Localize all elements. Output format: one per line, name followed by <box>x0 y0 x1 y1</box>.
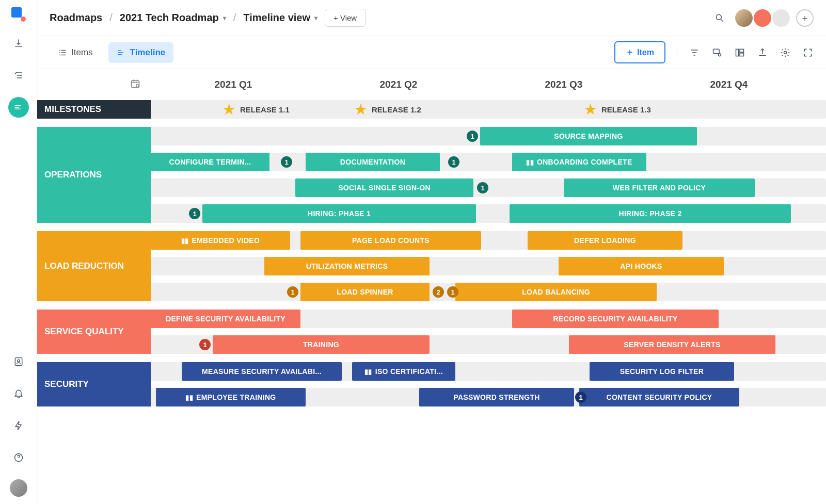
timeline-bar[interactable]: CONTENT SECURITY POLICY <box>579 388 739 407</box>
timeline-scroll[interactable]: 2021 Q12021 Q22021 Q32021 Q4 MILESTONES … <box>37 69 826 504</box>
timeline: 2021 Q12021 Q22021 Q32021 Q4 MILESTONES … <box>37 69 826 504</box>
dependency-count-badge[interactable]: 1 <box>467 131 478 142</box>
quarter-header-cell: 2021 Q1 <box>151 79 316 90</box>
dependency-count-badge[interactable]: 1 <box>281 156 292 168</box>
add-item-button[interactable]: ＋ Item <box>614 41 665 63</box>
breadcrumb-project[interactable]: 2021 Tech Roadmap ▾ <box>120 12 226 24</box>
add-view-button[interactable]: + View <box>325 9 366 27</box>
breadcrumb-sep: / <box>233 12 236 24</box>
timeline-bar[interactable]: LOAD BALANCING <box>455 283 657 301</box>
timeline-bar[interactable]: CONFIGURE TERMIN... <box>151 153 269 171</box>
star-icon: ★ <box>584 102 596 118</box>
timeline-bar[interactable]: HIRING: PHASE 1 <box>202 204 476 223</box>
timeline-bar[interactable]: SECURITY LOG FILTER <box>590 362 734 381</box>
milestone-marker[interactable]: ★RELEASE 1.3 <box>584 100 651 119</box>
rail-user-avatar[interactable] <box>10 479 27 497</box>
user-avatar-1[interactable] <box>735 9 753 27</box>
timeline-bar[interactable]: DEFER LOADING <box>528 231 682 250</box>
quarter-header-cell: 2021 Q4 <box>646 79 812 90</box>
rail-help-icon[interactable] <box>8 447 29 468</box>
svg-point-1 <box>17 360 19 362</box>
rail-roadmap-icon[interactable] <box>8 97 29 118</box>
left-rail <box>0 0 37 504</box>
timeline-bar[interactable]: SERVER DENSITY ALERTS <box>569 335 775 354</box>
tab-timeline[interactable]: Timeline <box>108 42 174 63</box>
rail-activity-icon[interactable] <box>8 415 29 436</box>
timeline-bar[interactable]: LOAD SPINNER <box>300 283 430 301</box>
gear-icon[interactable] <box>780 47 791 58</box>
svg-point-5 <box>719 53 721 56</box>
lane-milestones: MILESTONES ★RELEASE 1.1★RELEASE 1.2★RELE… <box>37 100 826 127</box>
search-icon[interactable] <box>710 9 729 27</box>
link-icon[interactable] <box>711 47 723 58</box>
timeline-bar[interactable]: PAGE LOAD COUNTS <box>300 231 481 250</box>
breadcrumb-view[interactable]: Timeline view ▾ <box>243 12 317 24</box>
quarter-header-cell: 2021 Q2 <box>316 79 481 90</box>
dependency-count-badge[interactable]: 1 <box>287 286 298 298</box>
tab-items[interactable]: Items <box>50 42 101 63</box>
quarter-header-cell: 2021 Q3 <box>481 79 646 90</box>
breadcrumb-root[interactable]: Roadmaps <box>50 12 102 24</box>
timeline-bar[interactable]: SOCIAL SINGLE SIGN-ON <box>295 178 473 197</box>
dependency-count-badge[interactable]: 1 <box>199 339 211 350</box>
timeline-bar[interactable]: ▮▮ONBOARDING COMPLETE <box>512 153 646 171</box>
export-icon[interactable] <box>757 47 768 58</box>
timeline-bar[interactable]: DOCUMENTATION <box>306 153 440 171</box>
lane-security: SECURITY MEASURE SECURITY AVAILABI...▮▮I… <box>37 362 826 415</box>
dependency-count-badge[interactable]: 1 <box>447 286 458 298</box>
milestone-marker[interactable]: ★RELEASE 1.1 <box>223 100 290 119</box>
timeline-bar[interactable]: API HOOKS <box>559 257 724 275</box>
timeline-bar[interactable]: TRAINING <box>213 335 430 354</box>
dependency-count-badge[interactable]: 1 <box>575 392 586 403</box>
calendar-settings-icon[interactable] <box>130 78 140 91</box>
filter-icon[interactable] <box>689 47 700 58</box>
timeline-bar[interactable]: MEASURE SECURITY AVAILABI... <box>182 362 342 381</box>
rail-download-icon[interactable] <box>8 33 29 54</box>
user-avatar-3[interactable] <box>772 9 790 27</box>
dependency-count-badge[interactable]: 1 <box>448 156 459 168</box>
plus-icon: ＋ <box>626 47 634 58</box>
rail-notifications-icon[interactable] <box>8 383 29 404</box>
lane-load-reduction: LOAD REDUCTION ▮▮EMBEDDED VIDEOPAGE LOAD… <box>37 231 826 310</box>
lane-operations: OPERATIONS SOURCE MAPPING1CONFIGURE TERM… <box>37 127 826 231</box>
fullscreen-icon[interactable] <box>802 47 814 58</box>
timeline-bar[interactable]: RECORD SECURITY AVAILABILITY <box>512 310 719 328</box>
svg-rect-10 <box>132 80 139 87</box>
timeline-bar[interactable]: ▮▮ISO CERTIFICATI... <box>352 362 455 381</box>
add-member-button[interactable]: ＋ <box>796 9 814 27</box>
rail-contacts-icon[interactable] <box>8 351 29 372</box>
timeline-bar[interactable]: UTILIZATION METRICS <box>264 257 430 275</box>
timeline-bar[interactable]: WEB FILTER AND POLICY <box>564 178 755 197</box>
main-area: Roadmaps / 2021 Tech Roadmap ▾ / Timelin… <box>37 0 826 504</box>
dependency-count-badge[interactable]: 1 <box>477 182 488 193</box>
timeline-header: 2021 Q12021 Q22021 Q32021 Q4 <box>37 69 826 100</box>
svg-point-3 <box>716 14 721 20</box>
svg-point-11 <box>136 85 139 87</box>
lane-label-load: LOAD REDUCTION <box>37 231 151 301</box>
lane-label-service: SERVICE QUALITY <box>37 310 151 354</box>
svg-rect-8 <box>740 53 744 56</box>
timeline-bar[interactable]: HIRING: PHASE 2 <box>510 204 791 223</box>
dependency-count-badge[interactable]: 1 <box>189 208 200 219</box>
svg-point-9 <box>784 51 787 54</box>
timeline-bar[interactable]: ▮▮EMPLOYEE TRAINING <box>156 388 306 407</box>
svg-rect-4 <box>713 49 720 53</box>
milestone-marker[interactable]: ★RELEASE 1.2 <box>355 100 421 119</box>
app-logo[interactable] <box>11 7 26 22</box>
timeline-bar[interactable]: DEFINE SECURITY AVAILABILITY <box>151 310 300 328</box>
rail-list-icon[interactable] <box>8 65 29 86</box>
star-icon: ★ <box>355 102 367 118</box>
lane-service-quality: SERVICE QUALITY DEFINE SECURITY AVAILABI… <box>37 310 826 362</box>
timeline-bar[interactable]: SOURCE MAPPING <box>480 127 697 145</box>
svg-rect-6 <box>736 49 739 56</box>
layout-icon[interactable] <box>734 47 745 58</box>
dependency-count-badge[interactable]: 2 <box>433 286 444 298</box>
milestone-flag-icon: ▮▮ <box>181 237 189 245</box>
timeline-bar[interactable]: PASSWORD STRENGTH <box>419 388 574 407</box>
svg-rect-7 <box>740 49 744 52</box>
user-avatar-2[interactable] <box>754 9 771 27</box>
timeline-bar[interactable]: ▮▮EMBEDDED VIDEO <box>151 231 290 250</box>
milestone-flag-icon: ▮▮ <box>185 394 193 401</box>
star-icon: ★ <box>223 102 235 118</box>
lane-label-milestones: MILESTONES <box>37 100 151 119</box>
